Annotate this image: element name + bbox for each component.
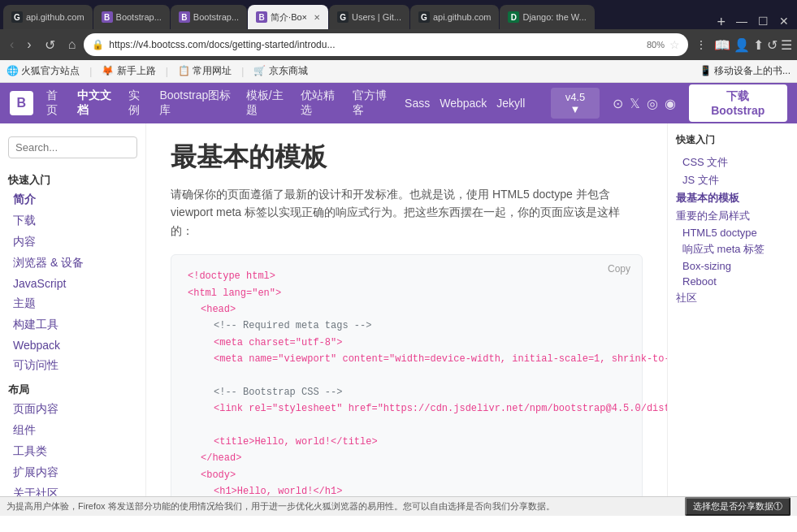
code-block: Copy <!doctype html><html lang="en"><hea… [171, 254, 643, 496]
menu-icon[interactable]: ☰ [781, 37, 792, 53]
browser-tab[interactable]: BBootstrap... [171, 5, 247, 29]
bookmarks-bar: 🌐 火狐官方站点|🦊 新手上路|📋 常用网址|🛒 京东商城 📱 移动设备上的书.… [0, 60, 797, 83]
tabs-container: Gapi.github.comBBootstrap...BBootstrap..… [3, 5, 711, 29]
bookmark-item[interactable]: 🦊 新手上路 [102, 64, 155, 78]
browser-controls: ‹ › ↺ ⌂ 🔒 https://v4.bootcss.com/docs/ge… [0, 29, 797, 60]
forward-button[interactable]: › [22, 36, 36, 54]
share-icon[interactable]: ⬆ [753, 37, 764, 53]
status-bar: 为提高用户体验，Firefox 将发送部分功能的使用情况给我们，用于进一步优化火… [0, 496, 797, 516]
nav-link[interactable]: Bootstrap图标库 [159, 89, 236, 118]
address-bar[interactable]: 🔒 https://v4.bootcss.com/docs/getting-st… [84, 33, 688, 56]
sidebar-item[interactable]: 可访问性 [0, 355, 145, 376]
status-share-button[interactable]: 选择您是否分享数据① [685, 497, 791, 516]
toc-title: 快速入门 [676, 133, 789, 147]
browser-tab[interactable]: GUsers | Git... [329, 5, 409, 29]
bookmark-item[interactable]: 📋 常用网址 [178, 64, 232, 78]
maximize-button[interactable]: ☐ [753, 13, 773, 29]
slack-icon[interactable]: ◎ [647, 96, 658, 111]
main-layout: 快速入门简介下载内容浏览器 & 设备JavaScript主题构建工具Webpac… [0, 123, 797, 496]
bootstrap-page: B 首页中文文档实例Bootstrap图标库模板/主题优站精选官方博客SassW… [0, 83, 797, 496]
bookmark-item[interactable]: 🌐 火狐官方站点 [6, 64, 80, 78]
search-box [0, 133, 145, 167]
nav-link[interactable]: 模板/主题 [246, 89, 291, 118]
toc-item[interactable]: 响应式 meta 标签 [676, 240, 789, 258]
sync-icon[interactable]: 👤 [734, 37, 750, 53]
history-icon[interactable]: ↺ [767, 37, 778, 53]
sidebar-section-title: 快速入门 [0, 167, 145, 189]
toc-item[interactable]: 社区 [676, 289, 789, 307]
zoom-button[interactable]: 80% [647, 40, 665, 50]
toc-item[interactable]: 最基本的模板 [676, 189, 789, 207]
code-line: <!doctype html> [188, 268, 626, 284]
twitter-icon[interactable]: 𝕏 [630, 96, 640, 111]
top-nav: B 首页中文文档实例Bootstrap图标库模板/主题优站精选官方博客SassW… [0, 83, 797, 123]
mobile-bookmark[interactable]: 📱 移动设备上的书... [700, 64, 791, 78]
search-input[interactable] [8, 136, 137, 158]
toc-item[interactable]: Reboot [676, 274, 789, 289]
sidebar-item[interactable]: 构建工具 [0, 314, 145, 335]
toc-item[interactable]: Box-sizing [676, 258, 789, 274]
bookmark-item[interactable]: 🛒 京东商城 [253, 64, 307, 78]
nav-links: 首页中文文档实例Bootstrap图标库模板/主题优站精选官方博客SassWeb… [46, 89, 526, 118]
refresh-button[interactable]: ↺ [40, 36, 60, 54]
bs-logo: B [10, 91, 33, 115]
new-tab-button[interactable]: + [712, 15, 730, 29]
sidebar-section-title: 布局 [0, 376, 145, 399]
sidebar-item[interactable]: 扩展内容 [0, 462, 145, 483]
nav-link[interactable]: 首页 [46, 89, 67, 118]
toc-item[interactable]: CSS 文件 [676, 154, 789, 171]
extensions-button[interactable]: ⋮ [691, 37, 711, 53]
code-line: <meta name="viewport" content="width=dev… [188, 351, 626, 367]
lock-icon: 🔒 [92, 39, 104, 50]
toc-item[interactable]: JS 文件 [676, 171, 789, 189]
nav-link[interactable]: 优站精选 [301, 89, 343, 118]
download-button[interactable]: 下载 Bootstrap [689, 84, 788, 122]
page-title: 最基本的模板 [171, 140, 643, 175]
nav-link[interactable]: 中文文档 [77, 89, 119, 118]
sidebar-item[interactable]: Webpack [0, 335, 145, 355]
sidebar-item[interactable]: 主题 [0, 293, 145, 314]
sidebar-item[interactable]: 组件 [0, 420, 145, 441]
sidebar-item[interactable]: 下载 [0, 210, 145, 231]
nav-link[interactable]: 实例 [128, 89, 149, 118]
back-button[interactable]: ‹ [5, 36, 19, 54]
browser-tab[interactable]: Gapi.github.com [410, 5, 500, 29]
nav-link[interactable]: Jekyll [496, 97, 525, 110]
version-button[interactable]: v4.5 ▼ [551, 88, 599, 119]
nav-link[interactable]: Webpack [440, 97, 487, 110]
browser-tab[interactable]: BBootstrap... [93, 5, 170, 29]
tab-label: Bootstrap... [193, 12, 239, 22]
tab-label: api.github.com [433, 12, 492, 22]
code-line: <link rel="stylesheet" href="https://cdn… [188, 400, 626, 417]
code-line [188, 417, 626, 434]
sidebar-item[interactable]: 页面内容 [0, 399, 145, 420]
close-button[interactable]: ✕ [774, 13, 794, 29]
status-left-text: 为提高用户体验，Firefox 将发送部分功能的使用情况给我们，用于进一步优化火… [6, 500, 678, 513]
browser-tab[interactable]: DDjango: the W... [500, 5, 594, 29]
copy-button[interactable]: Copy [608, 263, 630, 275]
toc-item[interactable]: 重要的全局样式 [676, 207, 789, 225]
star-icon[interactable]: ☆ [669, 38, 680, 51]
minimize-button[interactable]: — [731, 13, 752, 29]
browser-tab[interactable]: B简介·Bo×✕ [248, 5, 328, 29]
nav-link[interactable]: 官方博客 [353, 89, 395, 118]
sidebar-item[interactable]: 浏览器 & 设备 [0, 253, 145, 274]
bookmark-separator: | [241, 66, 244, 77]
sidebar-item[interactable]: 简介 [0, 189, 145, 210]
code-line: <title>Hello, world!</title> [188, 434, 626, 450]
home-button[interactable]: ⌂ [63, 36, 81, 54]
sidebar-item[interactable]: 内容 [0, 231, 145, 253]
tab-close-icon[interactable]: ✕ [314, 13, 320, 22]
sidebar-item[interactable]: 工具类 [0, 441, 145, 462]
bookmarks-icon[interactable]: 📖 [714, 37, 730, 53]
toc-item[interactable]: HTML5 doctype [676, 225, 789, 240]
nav-link[interactable]: Sass [405, 97, 430, 110]
toc-items: CSS 文件JS 文件最基本的模板重要的全局样式HTML5 doctype响应式… [676, 154, 789, 307]
tab-favicon: B [256, 11, 267, 23]
github-icon[interactable]: ⊙ [613, 96, 623, 111]
feed-icon[interactable]: ◉ [665, 96, 676, 111]
browser-tab[interactable]: Gapi.github.com [3, 5, 93, 29]
sidebar-item[interactable]: JavaScript [0, 274, 145, 293]
sidebar-item[interactable]: 关于社区 [0, 483, 145, 496]
tab-bar: Gapi.github.comBBootstrap...BBootstrap..… [0, 0, 797, 29]
